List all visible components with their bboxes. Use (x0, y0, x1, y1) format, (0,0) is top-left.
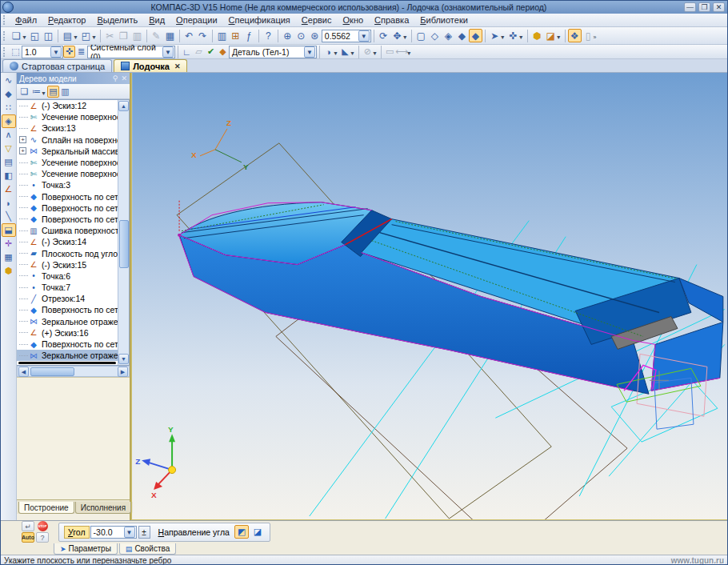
print-preview-icon-dropdown[interactable]: ▼ (91, 34, 97, 40)
toolbar-overflow-icon[interactable]: » (594, 34, 597, 40)
open-document-icon[interactable]: ◱ (28, 29, 42, 42)
tree-item-18[interactable]: ╱Отрезок:14 (17, 293, 118, 304)
expand-icon[interactable]: + (19, 136, 26, 143)
sheet-tool-icon[interactable]: ▤ (2, 155, 16, 169)
tree-item-11[interactable]: ◆Поверхность по сети кр (17, 214, 118, 225)
part-combo[interactable]: Деталь (Тел-1)▼ (229, 46, 317, 58)
tree-view-order-icon[interactable]: ▥ (59, 86, 71, 98)
sketch-plane-icon[interactable]: ∟ (181, 46, 193, 58)
direction-forward-icon[interactable]: ◩ (234, 525, 249, 539)
material-icon-dropdown[interactable]: ▼ (350, 50, 355, 56)
plus-minus-button[interactable]: ± (138, 526, 150, 539)
menu-3[interactable]: Выделить (91, 14, 143, 26)
direction-reverse-icon[interactable]: ◪ (250, 525, 265, 539)
copy-properties-icon[interactable]: ✎ (150, 29, 163, 42)
array-tool-icon[interactable]: ▦ (2, 250, 16, 264)
tree-item-15[interactable]: ∠(-) Эскиз:15 (17, 259, 118, 270)
menu-2[interactable]: Редактор (42, 14, 91, 26)
tree-horizontal-scrollbar[interactable]: ◀ ▶ (17, 366, 130, 377)
expand-icon[interactable]: + (19, 147, 26, 154)
tree-item-13[interactable]: ∠(-) Эскиз:14 (17, 236, 118, 247)
axis-tool-icon[interactable]: ✛ (2, 237, 16, 250)
tree-item-16[interactable]: •Точка:6 (17, 270, 118, 282)
scale-combo-arrow[interactable]: ▼ (50, 46, 62, 58)
help-button[interactable]: ? (36, 532, 49, 543)
surface-net-tool-icon[interactable]: ◈ (2, 114, 16, 128)
dimensions-icon-dropdown[interactable]: ▼ (406, 50, 412, 56)
scale-combo[interactable]: 1.0▼ (22, 46, 63, 58)
tree-vertical-scrollbar[interactable]: ▲ ▼ (118, 100, 129, 365)
box-icon[interactable]: ▭ (384, 46, 396, 58)
filter-tool-icon[interactable]: ▽ (2, 142, 16, 155)
scroll-right-icon[interactable]: ▶ (118, 367, 128, 377)
undo-icon[interactable]: ↶ (182, 29, 196, 42)
shaded-edges-icon[interactable]: ◆ (469, 29, 482, 42)
tree-item-12[interactable]: ▥Сшивка поверхностей:9 (17, 225, 118, 236)
layer-combo-arrow[interactable]: ▼ (162, 46, 174, 58)
mode-tab-1[interactable]: Построение (18, 502, 74, 514)
paste-icon[interactable]: ▥ (130, 29, 144, 42)
part-icon[interactable]: ◆ (217, 46, 229, 58)
extrude-tool-icon[interactable]: ⬓ (2, 223, 16, 237)
scroll-thumb[interactable] (30, 367, 74, 376)
tree-item-22[interactable]: ◆Поверхность по сети кр (17, 339, 118, 350)
shell-tool-icon[interactable]: ◗ (2, 196, 16, 210)
minimize-button[interactable]: — (684, 2, 696, 12)
sketch-tool-icon[interactable]: ∠ (2, 182, 16, 196)
tree-item-20[interactable]: ⋈Зеркальное отражение (17, 316, 118, 327)
zoom-frame-icon[interactable]: ⊕ (281, 29, 294, 42)
assembly-cube-icon[interactable]: ⬢ (530, 29, 544, 42)
spreadsheet-icon[interactable]: ▦ (163, 29, 177, 42)
tree-doc-icon[interactable]: ❏ (18, 86, 30, 98)
zoom-value-combo[interactable]: 0.5562▼ (322, 30, 371, 42)
zoom-selected-icon[interactable]: ⊙ (294, 29, 308, 42)
tree-item-23[interactable]: ⋈Зеркальное отражение (17, 350, 118, 361)
scroll-thumb[interactable] (119, 220, 129, 268)
shaded-icon[interactable]: ◆ (455, 29, 469, 42)
solid-tool-icon[interactable]: ◧ (2, 169, 16, 182)
tab-properties[interactable]: ▤ Свойства (119, 543, 176, 555)
menu-6[interactable]: Спецификация (223, 14, 296, 26)
copy-icon[interactable]: ❐ (117, 29, 130, 42)
tree-item-1[interactable]: ∠(-) Эскиз:12 (17, 100, 118, 111)
scroll-left-icon[interactable]: ◀ (18, 367, 29, 377)
line-tool-icon[interactable]: ╲ (2, 210, 16, 223)
layers-icon[interactable]: ≣ (75, 46, 87, 58)
new-document-icon-dropdown[interactable]: ▼ (22, 34, 27, 40)
tree-view-structure-icon[interactable]: ▤ (47, 86, 59, 98)
scroll-down-icon[interactable]: ▼ (118, 354, 129, 364)
zoom-scale-icon[interactable]: ⊛ (308, 29, 322, 42)
curve-tool-icon[interactable]: ∧ (2, 128, 16, 142)
scroll-up-icon[interactable]: ▲ (118, 101, 129, 111)
redo-icon[interactable]: ↷ (196, 29, 210, 42)
variables-window-icon[interactable]: ▥ (215, 29, 229, 42)
tree-item-2[interactable]: ✄Усечение поверхности: (17, 111, 118, 122)
section-view-icon-dropdown[interactable]: ▼ (372, 50, 378, 56)
shading-mode-icon-dropdown[interactable]: ▼ (333, 50, 338, 56)
ortho-mode-icon[interactable]: ✜ (63, 46, 75, 58)
layer-combo[interactable]: Системный слой (0)▼ (87, 46, 175, 58)
snap-filter-icon-dropdown[interactable]: ▼ (518, 34, 524, 40)
mode-tab-2[interactable]: Исполнения (75, 502, 131, 514)
tab-close-icon[interactable]: ✕ (174, 62, 181, 70)
spline-tool-icon[interactable]: ∿ (2, 74, 16, 87)
hidden-removed-icon[interactable]: ◈ (442, 29, 455, 42)
tab-start-page[interactable]: Стартовая страница (2, 59, 112, 72)
check-document-icon[interactable]: ✔ (205, 46, 217, 58)
tree-item-21[interactable]: ∠(+) Эскиз:16 (17, 327, 118, 339)
tree-item-10[interactable]: ◆Поверхность по сети кр (17, 202, 118, 214)
layer-settings-icon[interactable]: ▱ (193, 46, 205, 58)
fx-icon[interactable]: ƒ (242, 29, 256, 42)
hidden-lines-icon[interactable]: ◇ (428, 29, 442, 42)
print-icon-dropdown[interactable]: ▼ (73, 34, 78, 40)
pin-icon[interactable]: ⚲ (113, 74, 118, 82)
menu-4[interactable]: Вид (143, 14, 170, 26)
context-help-icon[interactable]: ? (262, 29, 275, 42)
close-button[interactable]: ✕ (713, 2, 725, 12)
tab-lodochka[interactable]: Лодочка ✕ (114, 59, 187, 72)
menu-1[interactable]: Файл (10, 14, 42, 26)
tree-item-17[interactable]: •Точка:7 (17, 282, 118, 293)
tree-item-4[interactable]: +∿Сплайн на поверхности (17, 134, 118, 146)
surface-tool-icon[interactable]: ◆ (2, 87, 16, 101)
cube-tool-icon[interactable]: ⬢ (2, 264, 16, 278)
